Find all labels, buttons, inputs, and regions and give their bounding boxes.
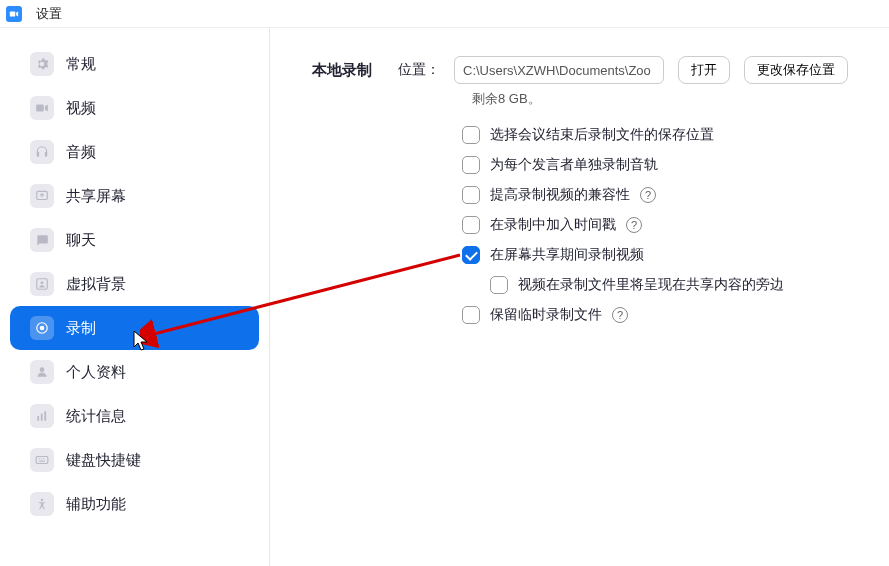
opt-label: 视频在录制文件里将呈现在共享内容的旁边 <box>518 276 784 294</box>
checkbox[interactable] <box>490 276 508 294</box>
sidebar-item-audio[interactable]: 音频 <box>10 130 259 174</box>
sidebar-item-recording[interactable]: 录制 <box>10 306 259 350</box>
opt-label: 为每个发言者单独录制音轨 <box>490 156 658 174</box>
opt-label: 在录制中加入时间戳 <box>490 216 616 234</box>
sidebar-item-label: 共享屏幕 <box>66 187 126 206</box>
opt-separate-audio-per-speaker[interactable]: 为每个发言者单独录制音轨 <box>462 156 865 174</box>
virtual-bg-icon <box>30 272 54 296</box>
section-title: 本地录制 <box>312 61 372 80</box>
svg-point-14 <box>43 458 44 459</box>
sidebar-item-label: 虚拟背景 <box>66 275 126 294</box>
chat-icon <box>30 228 54 252</box>
opt-keep-temp-files[interactable]: 保留临时录制文件 ? <box>462 306 865 324</box>
svg-rect-10 <box>44 411 46 420</box>
svg-point-16 <box>41 499 43 501</box>
svg-point-7 <box>40 367 45 372</box>
opt-video-beside-shared-content[interactable]: 视频在录制文件里将呈现在共享内容的旁边 <box>490 276 865 294</box>
checkbox[interactable] <box>462 306 480 324</box>
sidebar-item-chat[interactable]: 聊天 <box>10 218 259 262</box>
sidebar-item-general[interactable]: 常规 <box>10 42 259 86</box>
checkbox[interactable] <box>462 156 480 174</box>
sidebar-item-share[interactable]: 共享屏幕 <box>10 174 259 218</box>
opt-improve-compatibility[interactable]: 提高录制视频的兼容性 ? <box>462 186 865 204</box>
sidebar-item-stats[interactable]: 统计信息 <box>10 394 259 438</box>
share-screen-icon <box>30 184 54 208</box>
svg-point-4 <box>41 281 44 284</box>
opt-add-timestamp[interactable]: 在录制中加入时间戳 ? <box>462 216 865 234</box>
opt-label: 在屏幕共享期间录制视频 <box>490 246 644 264</box>
sidebar-item-label: 辅助功能 <box>66 495 126 514</box>
sidebar-item-label: 录制 <box>66 319 96 338</box>
sidebar-item-label: 键盘快捷键 <box>66 451 141 470</box>
svg-point-13 <box>41 458 42 459</box>
opt-choose-location-after[interactable]: 选择会议结束后录制文件的保存位置 <box>462 126 865 144</box>
sidebar-item-label: 聊天 <box>66 231 96 250</box>
svg-rect-9 <box>41 414 43 421</box>
help-icon[interactable]: ? <box>626 217 642 233</box>
sidebar-item-label: 音频 <box>66 143 96 162</box>
svg-rect-15 <box>39 461 45 462</box>
svg-rect-8 <box>37 416 39 421</box>
location-input[interactable]: C:\Users\XZWH\Documents\Zoo <box>454 56 664 84</box>
checkbox[interactable] <box>462 126 480 144</box>
sidebar-item-label: 常规 <box>66 55 96 74</box>
location-label: 位置： <box>398 61 440 79</box>
app-icon <box>6 6 22 22</box>
record-icon <box>30 316 54 340</box>
accessibility-icon <box>30 492 54 516</box>
opt-label: 提高录制视频的兼容性 <box>490 186 630 204</box>
opt-record-during-screenshare[interactable]: 在屏幕共享期间录制视频 <box>462 246 865 264</box>
svg-rect-11 <box>36 457 48 464</box>
sidebar-item-shortcut[interactable]: 键盘快捷键 <box>10 438 259 482</box>
window-title: 设置 <box>36 5 62 23</box>
gear-icon <box>30 52 54 76</box>
remaining-space-text: 剩余8 GB。 <box>472 90 865 108</box>
opt-label: 选择会议结束后录制文件的保存位置 <box>490 126 714 144</box>
stats-icon <box>30 404 54 428</box>
sidebar-item-accessibility[interactable]: 辅助功能 <box>10 482 259 526</box>
content-pane: 本地录制 位置： C:\Users\XZWH\Documents\Zoo 打开 … <box>270 28 889 566</box>
svg-point-12 <box>39 458 40 459</box>
help-icon[interactable]: ? <box>640 187 656 203</box>
keyboard-icon <box>30 448 54 472</box>
help-icon[interactable]: ? <box>612 307 628 323</box>
sidebar-item-label: 统计信息 <box>66 407 126 426</box>
svg-rect-1 <box>36 105 44 112</box>
checkbox[interactable] <box>462 186 480 204</box>
headphones-icon <box>30 140 54 164</box>
sidebar-item-video[interactable]: 视频 <box>10 86 259 130</box>
opt-label: 保留临时录制文件 <box>490 306 602 324</box>
svg-point-6 <box>40 326 45 331</box>
change-location-button[interactable]: 更改保存位置 <box>744 56 848 84</box>
profile-icon <box>30 360 54 384</box>
open-button[interactable]: 打开 <box>678 56 730 84</box>
sidebar: 常规 视频 音频 共享屏幕 聊天 <box>0 28 270 566</box>
sidebar-item-virtual-background[interactable]: 虚拟背景 <box>10 262 259 306</box>
sidebar-item-profile[interactable]: 个人资料 <box>10 350 259 394</box>
titlebar: 设置 <box>0 0 889 28</box>
video-icon <box>30 96 54 120</box>
checkbox[interactable] <box>462 216 480 234</box>
svg-rect-0 <box>10 11 15 16</box>
sidebar-item-label: 视频 <box>66 99 96 118</box>
sidebar-item-label: 个人资料 <box>66 363 126 382</box>
checkbox[interactable] <box>462 246 480 264</box>
